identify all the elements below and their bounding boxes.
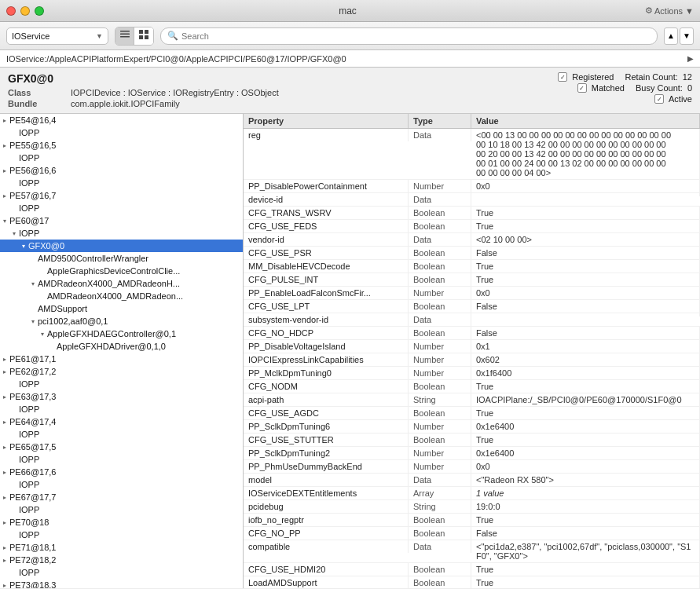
props-row-24[interactable]: IOServiceDEXTEntitlementsArray1 value — [244, 487, 700, 500]
nav-down-button[interactable]: ▼ — [680, 27, 694, 45]
close-button[interactable] — [6, 6, 16, 16]
props-row-13[interactable]: PP_DisableVoltageIslandNumber0x1 — [244, 340, 700, 353]
props-row-26[interactable]: iofb_no_regptrBooleanTrue — [244, 514, 700, 527]
tree-item-pe71_18_1[interactable]: ▸PE71@18,1 — [0, 541, 243, 554]
props-row-15[interactable]: PP_MclkDpmTuning0Number0x1f6400 — [244, 367, 700, 380]
tree-item-pe65_17_5[interactable]: ▸PE65@17,5 — [0, 441, 243, 453]
tree-item-pe63_17_3[interactable]: ▸PE63@17,3 — [0, 390, 243, 403]
tree-item-pe56_iopp[interactable]: IOPP — [0, 177, 243, 189]
props-row-9[interactable]: PP_EnableLoadFalconSmcFir...Number0x0 — [244, 287, 700, 300]
props-row-17[interactable]: acpi-pathStringIOACPIPlane:/_SB/PCI0@0/P… — [244, 393, 700, 407]
tree-item-pe62_iopp[interactable]: IOPP — [0, 378, 243, 390]
tree-item-pe66_17_6[interactable]: ▸PE66@17,6 — [0, 466, 243, 478]
props-cell-property-13: PP_DisableVoltageIsland — [244, 340, 409, 353]
matched-checkbox[interactable] — [577, 83, 587, 93]
props-row-23[interactable]: modelData<"Radeon RX 580"> — [244, 474, 700, 487]
tree-item-pe64_17_4[interactable]: ▸PE64@17,4 — [0, 415, 243, 428]
props-row-5[interactable]: vendor-idData<02 10 00 00> — [244, 233, 700, 247]
props-row-16[interactable]: CFG_NODMBooleanTrue — [244, 380, 700, 393]
tree-label-pe67_17_7: PE67@17,7 — [9, 492, 57, 502]
props-row-10[interactable]: CFG_USE_LPTBooleanFalse — [244, 300, 700, 313]
grid-view-button[interactable] — [134, 27, 153, 45]
tree-item-applefxhd_drv[interactable]: AppleGFXHDADriver@0,1,0 — [0, 340, 243, 353]
tree-item-amd9500[interactable]: AMD9500ControllerWrangler — [0, 252, 243, 265]
tree-item-pci1002[interactable]: ▾pci1002,aaf0@0,1 — [0, 315, 243, 327]
tree-item-pe62_17_2[interactable]: ▸PE62@17,2 — [0, 365, 243, 378]
service-select[interactable]: IOService ▼ — [6, 27, 108, 45]
pathbar-expand-icon[interactable]: ▶ — [687, 54, 694, 63]
tree-item-amdradeon4000[interactable]: ▾AMDRadeonX4000_AMDRadeonH... — [0, 277, 243, 290]
tree-item-amdradeon4000_sub[interactable]: AMDRadeonX4000_AMDRadeon... — [0, 290, 243, 302]
props-cell-value-24: 1 value — [471, 487, 700, 499]
tree-item-pe57_16_7[interactable]: ▸PE57@16,7 — [0, 189, 243, 202]
tree-item-pe66_iopp[interactable]: IOPP — [0, 478, 243, 491]
registered-checkbox[interactable] — [558, 72, 567, 82]
tree-item-amdsupport[interactable]: AMDSupport — [0, 302, 243, 315]
tree-item-pe60_17[interactable]: ▾PE60@17 — [0, 214, 243, 227]
props-cell-type-19: Number — [409, 420, 471, 433]
busy-count-value: 0 — [687, 83, 692, 93]
props-row-19[interactable]: PP_SclkDpmTuning6Number0x1e6400 — [244, 420, 700, 434]
props-row-22[interactable]: PP_PhmUseDummyBackEndNumber0x0 — [244, 460, 700, 474]
retain-count-label: Retain Count: — [625, 72, 677, 82]
tree-item-pe72_18_2[interactable]: ▸PE72@18,2 — [0, 554, 243, 566]
props-row-7[interactable]: MM_DisableHEVCDecodeBooleanTrue — [244, 260, 700, 273]
search-input[interactable] — [181, 31, 651, 41]
props-row-1[interactable]: PP_DisablePowerContainmentNumber0x0 — [244, 180, 700, 193]
tree-item-pe55_iopp[interactable]: IOPP — [0, 152, 243, 164]
tree-item-pe60_iopp[interactable]: ▾IOPP — [0, 227, 243, 240]
tree-item-pe67_17_7[interactable]: ▸PE67@17,7 — [0, 491, 243, 503]
tree-item-pe67_iopp[interactable]: IOPP — [0, 503, 243, 516]
props-row-2[interactable]: device-idData — [244, 193, 700, 207]
props-row-0[interactable]: regData<00 00 13 00 00 00 00 00 00 00 00… — [244, 129, 700, 180]
props-row-30[interactable]: LoadAMDSupportBooleanTrue — [244, 576, 700, 588]
tree-item-pe61_17_1[interactable]: ▸PE61@17,1 — [0, 353, 243, 365]
tree-item-applefxhd_aeg[interactable]: ▾AppleGFXHDAEGController@0,1 — [0, 327, 243, 340]
props-row-29[interactable]: CFG_USE_HDMI20BooleanTrue — [244, 563, 700, 576]
props-cell-type-4: Boolean — [409, 220, 471, 232]
tree-item-pe54_16_4[interactable]: ▸PE54@16,4 — [0, 114, 243, 126]
actions-button[interactable]: ⚙ Actions ▼ — [645, 5, 694, 16]
tree-item-gfx0_0[interactable]: ▾GFX0@0 — [0, 240, 243, 252]
props-cell-type-30: Boolean — [409, 576, 471, 588]
tree-arrow-pe54_16_4: ▸ — [0, 117, 9, 124]
props-row-28[interactable]: compatibleData<"pci1da2,e387", "pci1002,… — [244, 540, 700, 563]
tree-item-pe54_iopp[interactable]: IOPP — [0, 126, 243, 139]
nav-buttons: ▲ ▼ — [664, 27, 694, 45]
type-column-header: Type — [409, 114, 471, 128]
tree-item-applegfx[interactable]: AppleGraphicsDeviceControlClie... — [0, 265, 243, 277]
props-cell-value-1: 0x0 — [471, 180, 700, 192]
nav-up-button[interactable]: ▲ — [664, 27, 678, 45]
tree-item-pe64_iopp[interactable]: IOPP — [0, 428, 243, 441]
tree-item-pe56_16_6[interactable]: ▸PE56@16,6 — [0, 164, 243, 177]
tree-item-pe70_iopp[interactable]: IOPP — [0, 529, 243, 541]
props-row-18[interactable]: CFG_USE_AGDCBooleanTrue — [244, 407, 700, 420]
tree-label-pe66_iopp: IOPP — [19, 480, 39, 489]
props-row-20[interactable]: CFG_USE_STUTTERBooleanTrue — [244, 434, 700, 447]
tree-item-pe70_18[interactable]: ▸PE70@18 — [0, 516, 243, 529]
props-row-14[interactable]: IOPCIExpressLinkCapabilitiesNumber0x602 — [244, 353, 700, 367]
props-row-27[interactable]: CFG_NO_PPBooleanFalse — [244, 527, 700, 540]
tree-item-pe72_iopp[interactable]: IOPP — [0, 566, 243, 579]
select-arrow-icon: ▼ — [96, 32, 103, 40]
tree-item-pe73_18_3[interactable]: ▸PE73@18,3 — [0, 579, 243, 588]
tree-item-pe55_16_5[interactable]: ▸PE55@16,5 — [0, 139, 243, 152]
maximize-button[interactable] — [35, 6, 44, 16]
tree-label-pe54_iopp: IOPP — [19, 128, 39, 137]
props-row-3[interactable]: CFG_TRANS_WSRVBooleanTrue — [244, 207, 700, 220]
active-checkbox[interactable] — [654, 94, 664, 104]
tree-item-pe63_iopp[interactable]: IOPP — [0, 403, 243, 415]
props-row-8[interactable]: CFG_PULSE_INTBooleanTrue — [244, 273, 700, 287]
props-row-11[interactable]: subsystem-vendor-idData — [244, 313, 700, 327]
props-row-21[interactable]: PP_SclkDpmTuning2Number0x1e6400 — [244, 447, 700, 460]
list-view-button[interactable] — [115, 27, 134, 45]
props-row-4[interactable]: CFG_USE_FEDSBooleanTrue — [244, 220, 700, 233]
tree-label-amd9500: AMD9500ControllerWrangler — [38, 254, 148, 263]
tree-item-pe57_iopp[interactable]: IOPP — [0, 202, 243, 214]
props-row-12[interactable]: CFG_NO_HDCPBooleanFalse — [244, 327, 700, 340]
props-row-25[interactable]: pcidebugString19:0:0 — [244, 500, 700, 514]
minimize-button[interactable] — [20, 6, 30, 16]
props-row-6[interactable]: CFG_USE_PSRBooleanFalse — [244, 247, 700, 260]
tree-label-amdradeon4000_sub: AMDRadeonX4000_AMDRadeon... — [47, 291, 183, 301]
tree-item-pe65_iopp[interactable]: IOPP — [0, 453, 243, 466]
